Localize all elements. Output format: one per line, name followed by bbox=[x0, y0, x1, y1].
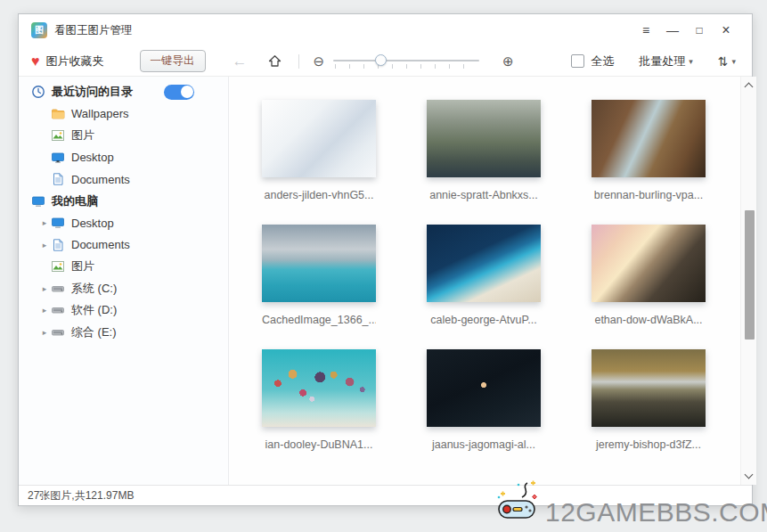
image-thumbnail[interactable] bbox=[427, 100, 541, 177]
window-title: 看图王图片管理 bbox=[54, 23, 133, 38]
sidebar-item-wallpapers[interactable]: Wallpapers bbox=[19, 103, 228, 126]
export-button[interactable]: 一键导出 bbox=[140, 50, 206, 72]
vertical-scrollbar[interactable] bbox=[740, 77, 756, 485]
document-icon bbox=[51, 172, 65, 186]
computer-icon bbox=[31, 194, 45, 209]
batch-process-menu[interactable]: 批量处理 ▾ bbox=[639, 53, 693, 70]
image-item[interactable]: ian-dooley-DuBNA1... bbox=[262, 349, 376, 451]
sidebar-item-label: Desktop bbox=[71, 217, 114, 230]
slider-track[interactable] bbox=[333, 60, 479, 61]
home-icon[interactable] bbox=[267, 53, 282, 69]
batch-process-label: 批量处理 bbox=[639, 53, 685, 70]
drive-icon bbox=[51, 282, 65, 296]
sidebar-item-label: Documents bbox=[71, 238, 130, 251]
pictures-icon bbox=[51, 128, 65, 143]
image-filename: CachedImage_1366_... bbox=[262, 314, 376, 326]
chevron-down-icon: ▾ bbox=[689, 57, 693, 66]
sidebar-item-drive-c[interactable]: ▸ 系统 (C:) bbox=[19, 278, 228, 300]
image-item[interactable]: brennan-burling-vpa... bbox=[592, 100, 706, 201]
sidebar-item-label: 最近访问的目录 bbox=[52, 84, 133, 100]
main-area: 最近访问的目录 Wallpapers bbox=[19, 77, 752, 485]
zoom-in-icon[interactable]: ⊕ bbox=[502, 53, 514, 70]
thumbnail-size-slider[interactable] bbox=[333, 53, 479, 70]
sidebar-item-drive-d[interactable]: ▸ 软件 (D:) bbox=[19, 299, 228, 322]
image-thumbnail[interactable] bbox=[592, 349, 706, 427]
sidebar-item-label: Wallpapers bbox=[71, 107, 129, 120]
image-item[interactable]: CachedImage_1366_... bbox=[262, 225, 376, 326]
close-icon[interactable]: × bbox=[713, 19, 739, 42]
image-item[interactable]: jeremy-bishop-d3fZ... bbox=[592, 349, 706, 451]
sidebar-item-my-computer[interactable]: 我的电脑 bbox=[19, 191, 228, 213]
sidebar-item-documents[interactable]: Documents bbox=[19, 168, 228, 191]
heart-icon: ♥ bbox=[31, 53, 40, 70]
image-filename: annie-spratt-Abnkxs... bbox=[427, 189, 541, 201]
sidebar-item-label: 系统 (C:) bbox=[71, 281, 117, 297]
titlebar: 图 看图王图片管理 ≡ — □ × bbox=[19, 14, 752, 46]
sidebar-item-label: Desktop bbox=[71, 151, 114, 164]
image-filename: caleb-george-AtvuP... bbox=[427, 314, 541, 326]
image-thumbnail[interactable] bbox=[592, 100, 706, 177]
sort-menu[interactable]: ⇅ ▾ bbox=[718, 54, 736, 69]
image-filename: ian-dooley-DuBNA1... bbox=[262, 438, 376, 451]
favorites-label[interactable]: 图片收藏夹 bbox=[46, 53, 104, 70]
folder-icon bbox=[51, 107, 65, 121]
sidebar-item-drive-e[interactable]: ▸ 综合 (E:) bbox=[19, 322, 228, 344]
sidebar-item-computer-documents[interactable]: ▸ Documents bbox=[19, 234, 228, 257]
sidebar-item-pictures[interactable]: 图片 bbox=[19, 125, 228, 147]
monitor-icon bbox=[51, 216, 65, 230]
image-thumbnail[interactable] bbox=[262, 100, 376, 177]
image-thumbnail[interactable] bbox=[592, 225, 706, 302]
expand-arrow-icon[interactable]: ▸ bbox=[38, 218, 51, 227]
sidebar-item-computer-desktop[interactable]: ▸ Desktop bbox=[19, 212, 228, 234]
image-item[interactable]: anders-jilden-vhnG5... bbox=[262, 100, 376, 201]
image-filename: jaanus-jagomagi-al... bbox=[427, 438, 541, 451]
expand-arrow-icon[interactable]: ▸ bbox=[38, 284, 51, 293]
clock-icon bbox=[31, 85, 45, 99]
monitor-icon bbox=[51, 151, 65, 165]
thumbnail-grid-area: anders-jilden-vhnG5... annie-spratt-Abnk… bbox=[229, 77, 756, 485]
image-thumbnail[interactable] bbox=[262, 349, 376, 427]
toggle-knob bbox=[181, 86, 193, 98]
app-window: 图 看图王图片管理 ≡ — □ × ♥ 图片收藏夹 一键导出 ← ⊖ ⊕ 全 bbox=[18, 13, 753, 506]
sidebar: 最近访问的目录 Wallpapers bbox=[19, 77, 229, 485]
maximize-icon[interactable]: □ bbox=[686, 19, 713, 42]
image-thumbnail[interactable] bbox=[427, 225, 541, 302]
image-filename: jeremy-bishop-d3fZ... bbox=[592, 438, 706, 451]
image-thumbnail[interactable] bbox=[427, 349, 541, 427]
watermark-text: 12GAMEBBS.COM bbox=[545, 499, 767, 531]
select-all-label[interactable]: 全选 bbox=[591, 53, 614, 70]
expand-arrow-icon[interactable]: ▸ bbox=[38, 241, 51, 250]
document-icon bbox=[51, 238, 65, 252]
toolbar-separator bbox=[298, 54, 299, 69]
image-filename: brennan-burling-vpa... bbox=[592, 189, 706, 201]
select-all-checkbox[interactable] bbox=[571, 54, 584, 68]
menu-icon[interactable]: ≡ bbox=[632, 19, 659, 42]
expand-arrow-icon[interactable]: ▸ bbox=[38, 306, 51, 315]
sidebar-item-recent-dirs[interactable]: 最近访问的目录 bbox=[19, 81, 228, 103]
drive-icon bbox=[51, 303, 65, 317]
app-logo-icon: 图 bbox=[31, 22, 47, 38]
sidebar-item-desktop[interactable]: Desktop bbox=[19, 147, 228, 169]
zoom-out-icon[interactable]: ⊖ bbox=[314, 53, 325, 70]
gamepad-icon bbox=[492, 478, 542, 531]
image-filename: ethan-dow-dWaBkA... bbox=[592, 314, 706, 326]
sidebar-item-label: 图片 bbox=[71, 258, 94, 274]
scroll-up-icon[interactable] bbox=[745, 83, 754, 92]
slider-thumb[interactable] bbox=[375, 54, 387, 66]
back-icon[interactable]: ← bbox=[233, 53, 248, 70]
image-item[interactable]: annie-spratt-Abnkxs... bbox=[427, 100, 541, 201]
chevron-down-icon: ▾ bbox=[731, 57, 736, 66]
status-text: 27张图片,共121.97MB bbox=[28, 488, 134, 503]
minimize-icon[interactable]: — bbox=[659, 19, 686, 42]
image-item[interactable]: ethan-dow-dWaBkA... bbox=[592, 225, 706, 326]
sidebar-item-computer-pictures[interactable]: 图片 bbox=[19, 256, 228, 278]
scrollbar-thumb[interactable] bbox=[745, 210, 755, 340]
recent-dirs-toggle[interactable] bbox=[164, 85, 194, 100]
image-item[interactable]: jaanus-jagomagi-al... bbox=[427, 349, 541, 451]
sidebar-item-label: 综合 (E:) bbox=[71, 324, 117, 340]
expand-arrow-icon[interactable]: ▸ bbox=[38, 328, 51, 337]
toolbar-right: 全选 批量处理 ▾ ⇅ ▾ bbox=[571, 53, 736, 70]
image-item[interactable]: caleb-george-AtvuP... bbox=[427, 225, 541, 326]
image-thumbnail[interactable] bbox=[262, 225, 376, 302]
watermark: 12GAMEBBS.COM bbox=[492, 478, 767, 531]
